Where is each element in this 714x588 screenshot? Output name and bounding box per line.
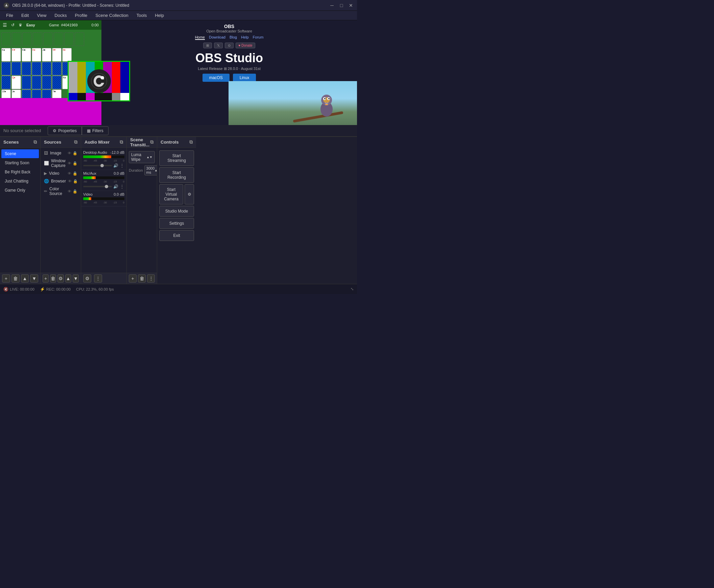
- audio-settings-icon[interactable]: ⚙: [83, 274, 91, 282]
- menu-scene-collection[interactable]: Scene Collection: [92, 12, 132, 19]
- obs-nav-blog[interactable]: Blog: [229, 35, 237, 40]
- obs-windows-btn: ⊞: [203, 43, 212, 48]
- image-visibility-icon[interactable]: 👁: [68, 151, 72, 155]
- sources-panel-icon[interactable]: ⧉: [74, 139, 77, 145]
- source-item-color-source[interactable]: ✏ Color Source 👁 🔒: [41, 185, 80, 197]
- mic-aux-slider[interactable]: [83, 186, 112, 187]
- minimize-button[interactable]: ─: [329, 3, 335, 8]
- desktop-audio-mute-icon[interactable]: 🔊: [113, 163, 118, 168]
- sources-up-button[interactable]: ▲: [65, 274, 72, 282]
- transitions-panel-footer: + 🗑 ⋮: [127, 273, 157, 284]
- transition-select[interactable]: Luma Wipe ▲▼: [129, 151, 155, 163]
- desktop-audio-controls: 🔊 ⋮: [83, 163, 124, 168]
- source-item-video[interactable]: ▶ Video 👁 🔒: [41, 170, 80, 177]
- audio-more-icon[interactable]: ⋮: [94, 274, 102, 282]
- video-lock-icon[interactable]: 🔒: [73, 171, 77, 176]
- transitions-delete-button[interactable]: 🗑: [138, 274, 146, 282]
- video-audio-meter: [83, 197, 124, 200]
- desktop-audio-more-icon[interactable]: ⋮: [120, 163, 124, 168]
- menu-help[interactable]: Help: [151, 12, 167, 19]
- obs-linux-btn[interactable]: Linux: [233, 74, 256, 82]
- rec-status: ⚡ REC: 00:00:00: [40, 287, 71, 292]
- source-window-capture-label: Window Capture: [51, 159, 66, 168]
- transitions-more-button[interactable]: ⋮: [147, 274, 155, 282]
- browser-visibility-icon[interactable]: 👁: [68, 179, 72, 184]
- exit-button[interactable]: Exit: [159, 230, 194, 241]
- desktop-audio-slider[interactable]: [83, 165, 112, 166]
- audio-panel: Audio Mixer ⧉ Desktop Audio -12.0 dB -60…: [81, 137, 127, 284]
- image-lock-icon[interactable]: 🔒: [73, 151, 77, 155]
- transition-name: Luma Wipe: [131, 152, 146, 162]
- scenes-panel-header: Scenes ⧉: [0, 137, 40, 148]
- color-source-lock-icon[interactable]: 🔒: [73, 189, 77, 194]
- obs-nav-home[interactable]: Home: [195, 35, 205, 40]
- obs-nav-help[interactable]: Help: [241, 35, 249, 40]
- obs-macos-btn[interactable]: macOS: [203, 74, 229, 82]
- source-item-browser[interactable]: 🌐 Browser 👁 🔒: [41, 177, 80, 185]
- sources-down-button[interactable]: ▼: [73, 274, 79, 282]
- sources-header-label: Sources: [44, 140, 61, 145]
- mic-aux-mute-icon[interactable]: 🔊: [113, 184, 118, 189]
- studio-mode-button[interactable]: Studio Mode: [159, 206, 194, 217]
- cpu-status: CPU: 22.3%, 60.00 fps: [76, 287, 114, 291]
- source-color-source-label: Color Source: [49, 187, 66, 196]
- menu-file[interactable]: File: [3, 12, 17, 19]
- properties-button[interactable]: ⚙ Properties: [48, 126, 82, 135]
- transitions-add-button[interactable]: +: [129, 274, 137, 282]
- live-text: LIVE: 00:00:00: [10, 287, 35, 291]
- sources-panel: Sources ⧉ 🖼 Image 👁 🔒 ⬜ Window Capture 👁…: [41, 137, 81, 284]
- scenes-down-button[interactable]: ▼: [30, 274, 38, 282]
- obs-nav-download[interactable]: Download: [209, 35, 225, 40]
- corner-resize[interactable]: ⤡: [351, 287, 354, 291]
- controls-header-label: Controls: [161, 140, 179, 145]
- rec-icon: ⚡: [40, 287, 45, 292]
- color-source-visibility-icon[interactable]: 👁: [68, 189, 72, 194]
- transitions-panel-icon[interactable]: ⧉: [150, 139, 154, 145]
- start-recording-button[interactable]: Start Recording: [159, 167, 194, 183]
- virtual-camera-settings-button[interactable]: ⚙: [185, 184, 194, 205]
- obs-nav-forum[interactable]: Forum: [253, 35, 264, 40]
- settings-button[interactable]: Settings: [159, 218, 194, 229]
- maximize-button[interactable]: □: [339, 3, 344, 8]
- menu-docks[interactable]: Docks: [51, 12, 70, 19]
- scene-item-scene[interactable]: Scene: [1, 149, 39, 158]
- duration-value[interactable]: 3000 ms ▲▼: [144, 165, 157, 175]
- scene-item-be-right-back[interactable]: Be Right Back: [1, 168, 39, 176]
- controls-panel-icon[interactable]: ⧉: [189, 139, 193, 145]
- sources-add-button[interactable]: +: [43, 274, 49, 282]
- scene-item-just-chatting[interactable]: Just Chatting: [1, 177, 39, 186]
- filters-button[interactable]: ▦ Filters: [82, 126, 108, 135]
- browser-source-icon: 🌐: [44, 179, 49, 184]
- source-item-window-capture[interactable]: ⬜ Window Capture 👁 🔒: [41, 157, 80, 169]
- window-capture-lock-icon[interactable]: 🔒: [73, 161, 77, 166]
- menu-profile[interactable]: Profile: [72, 12, 90, 19]
- start-virtual-camera-button[interactable]: Start Virtual Camera: [159, 184, 183, 205]
- menu-view[interactable]: View: [34, 12, 50, 19]
- obs-website-title: OBS Studio: [105, 51, 354, 65]
- video-visibility-icon[interactable]: 👁: [68, 171, 72, 176]
- obs-github-btn: ⊙: [225, 43, 233, 48]
- mic-aux-more-icon[interactable]: ⋮: [120, 184, 124, 189]
- source-item-image[interactable]: 🖼 Image 👁 🔒: [41, 149, 80, 157]
- browser-lock-icon[interactable]: 🔒: [73, 179, 78, 184]
- sources-settings-button[interactable]: ⚙: [58, 274, 64, 282]
- purple-source: [0, 98, 101, 125]
- video-audio-meter-fill: [83, 197, 91, 200]
- close-button[interactable]: ✕: [348, 3, 354, 8]
- mic-aux-controls: 🔊 ⋮: [83, 184, 124, 189]
- transitions-panel: Scene Transiti... ⧉ Luma Wipe ▲▼ Duratio…: [127, 137, 157, 284]
- menu-tools[interactable]: Tools: [133, 12, 150, 19]
- scene-item-starting-soon[interactable]: Starting Soon: [1, 159, 39, 167]
- scenes-up-button[interactable]: ▲: [21, 274, 29, 282]
- menu-edit[interactable]: Edit: [18, 12, 32, 19]
- duration-label: Duration: [129, 168, 143, 172]
- scene-item-game-only[interactable]: Game Only: [1, 186, 39, 195]
- sources-delete-button[interactable]: 🗑: [50, 274, 56, 282]
- preview-area: ☰ ↺ ♛ Easy Game #4041969 0:00 K♠ 10♠: [0, 20, 357, 125]
- start-streaming-button[interactable]: Start Streaming: [159, 150, 194, 166]
- scenes-panel-icon[interactable]: ⧉: [34, 139, 37, 145]
- window-capture-visibility-icon[interactable]: 👁: [68, 161, 72, 166]
- audio-panel-icon[interactable]: ⧉: [120, 139, 123, 145]
- scenes-add-button[interactable]: +: [2, 274, 10, 282]
- scenes-delete-button[interactable]: 🗑: [12, 274, 20, 282]
